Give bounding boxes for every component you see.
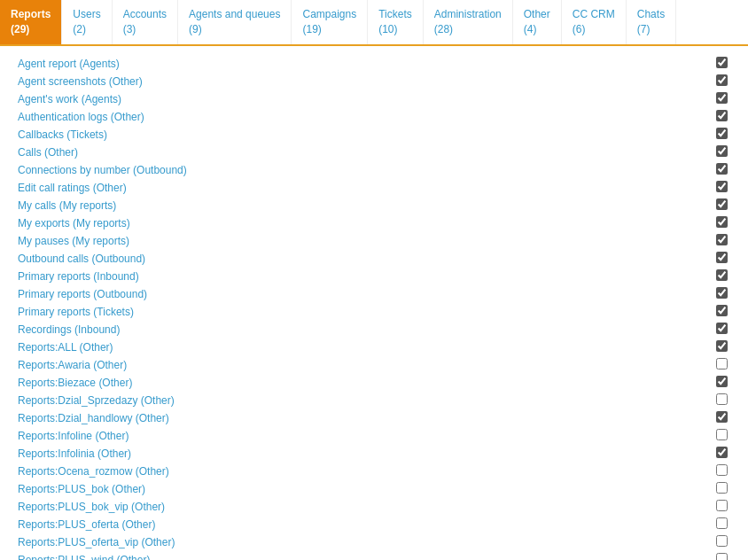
tab-administration[interactable]: Administration(28): [424, 0, 513, 44]
tab-tickets[interactable]: Tickets(10): [368, 0, 424, 44]
tab-count: (9): [189, 23, 202, 35]
report-checkbox[interactable]: [716, 447, 728, 458]
report-checkbox-cell: [713, 516, 734, 533]
tab-count: (29): [11, 23, 29, 35]
report-checkbox[interactable]: [716, 216, 728, 228]
report-name: Reports:PLUS_wind (Other): [14, 551, 713, 560]
report-name: Reports:Infolinia (Other): [14, 445, 713, 463]
report-checkbox[interactable]: [716, 429, 728, 440]
tab-label: CC CRM: [573, 8, 615, 20]
report-checkbox[interactable]: [716, 198, 728, 210]
tab-cc-crm[interactable]: CC CRM(6): [562, 0, 627, 44]
table-row: My pauses (My reports): [14, 232, 734, 250]
report-checkbox-cell: [713, 303, 734, 321]
tab-accounts[interactable]: Accounts(3): [113, 0, 178, 44]
report-checkbox[interactable]: [716, 535, 728, 547]
report-checkbox-cell: [713, 392, 734, 409]
report-checkbox[interactable]: [716, 57, 728, 68]
report-checkbox[interactable]: [716, 145, 728, 157]
tab-label: Accounts: [123, 8, 167, 20]
report-name: Authentication logs (Other): [14, 108, 713, 126]
report-checkbox[interactable]: [716, 323, 728, 334]
report-checkbox[interactable]: [716, 234, 728, 245]
tab-count: (6): [573, 23, 586, 35]
report-checkbox-cell: [713, 179, 734, 197]
report-checkbox-cell: [713, 90, 734, 108]
tab-users[interactable]: Users(2): [62, 0, 112, 44]
report-checkbox[interactable]: [716, 163, 728, 175]
report-checkbox[interactable]: [716, 128, 728, 139]
table-row: Edit call ratings (Other): [14, 179, 734, 197]
report-name: Connections by number (Outbound): [14, 161, 713, 179]
report-checkbox[interactable]: [716, 287, 728, 299]
tab-label: Other: [524, 8, 550, 20]
table-row: My exports (My reports): [14, 214, 734, 232]
report-name: Agent screenshots (Other): [14, 73, 713, 90]
tab-count: (10): [378, 23, 397, 35]
report-checkbox[interactable]: [716, 376, 728, 387]
tab-label: Agents and queues: [189, 8, 280, 20]
report-checkbox[interactable]: [716, 517, 728, 529]
tab-count: (4): [524, 23, 537, 35]
tab-other[interactable]: Other(4): [513, 0, 562, 44]
tab-agents-queues[interactable]: Agents and queues(9): [178, 0, 292, 44]
report-checkbox-cell: [713, 480, 734, 498]
tab-count: (3): [123, 23, 136, 35]
table-row: Callbacks (Tickets): [14, 126, 734, 144]
report-checkbox-cell: [713, 445, 734, 463]
report-checkbox-cell: [713, 285, 734, 303]
report-checkbox-cell: [713, 232, 734, 250]
report-name: Agent report (Agents): [14, 55, 713, 73]
report-checkbox[interactable]: [716, 340, 728, 352]
report-checkbox-cell: [713, 126, 734, 144]
report-checkbox[interactable]: [716, 181, 728, 192]
report-name: Primary reports (Tickets): [14, 303, 713, 321]
report-checkbox[interactable]: [716, 464, 728, 476]
table-row: Primary reports (Inbound): [14, 268, 734, 285]
tab-label: Administration: [434, 8, 502, 20]
table-row: Authentication logs (Other): [14, 108, 734, 126]
report-checkbox-cell: [713, 356, 734, 374]
report-name: Reports:PLUS_bok_vip (Other): [14, 498, 713, 516]
report-checkbox-cell: [713, 498, 734, 516]
report-name: Reports:Biezace (Other): [14, 374, 713, 392]
report-checkbox[interactable]: [716, 411, 728, 423]
report-checkbox-cell: [713, 463, 734, 480]
report-checkbox[interactable]: [716, 252, 728, 263]
table-row: Reports:ALL (Other): [14, 338, 734, 356]
report-checkbox[interactable]: [716, 393, 728, 405]
report-checkbox[interactable]: [716, 358, 728, 369]
table-row: Reports:Infoline (Other): [14, 427, 734, 445]
report-name: Primary reports (Outbound): [14, 285, 713, 303]
report-name: Reports:Dzial_Sprzedazy (Other): [14, 392, 713, 409]
report-checkbox[interactable]: [716, 92, 728, 104]
report-name: Calls (Other): [14, 144, 713, 161]
report-name: Reports:Infoline (Other): [14, 427, 713, 445]
report-checkbox-cell: [713, 108, 734, 126]
report-checkbox[interactable]: [716, 482, 728, 494]
report-name: Reports:PLUS_oferta_vip (Other): [14, 533, 713, 551]
report-checkbox[interactable]: [716, 269, 728, 281]
table-row: My calls (My reports): [14, 197, 734, 214]
tab-label: Chats: [637, 8, 665, 20]
report-checkbox-cell: [713, 144, 734, 161]
report-checkbox[interactable]: [716, 500, 728, 511]
tab-label: Users: [73, 8, 100, 20]
report-checkbox-cell: [713, 551, 734, 560]
table-row: Reports:Awaria (Other): [14, 356, 734, 374]
report-checkbox[interactable]: [716, 305, 728, 316]
tab-chats[interactable]: Chats(7): [627, 0, 676, 44]
report-name: Reports:PLUS_oferta (Other): [14, 516, 713, 533]
tab-campaigns[interactable]: Campaigns(19): [292, 0, 368, 44]
report-checkbox-cell: [713, 73, 734, 90]
tab-label: Tickets: [378, 8, 412, 20]
report-checkbox[interactable]: [716, 553, 728, 560]
tab-reports[interactable]: Reports(29): [0, 0, 62, 44]
table-row: Reports:Biezace (Other): [14, 374, 734, 392]
report-name: Agent's work (Agents): [14, 90, 713, 108]
report-checkbox[interactable]: [716, 74, 728, 86]
report-checkbox[interactable]: [716, 110, 728, 121]
report-checkbox-cell: [713, 161, 734, 179]
report-name: Reports:Dzial_handlowy (Other): [14, 409, 713, 427]
report-name: My calls (My reports): [14, 197, 713, 214]
